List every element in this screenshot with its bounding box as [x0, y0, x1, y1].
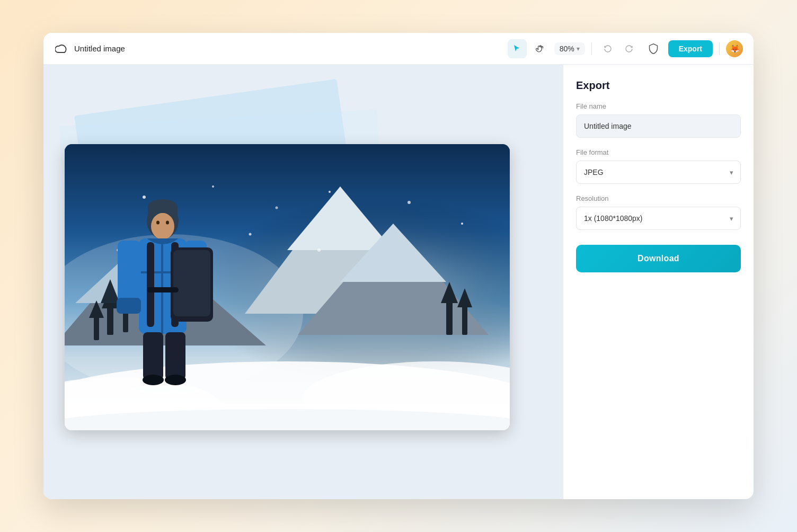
export-button[interactable]: Export — [668, 40, 713, 57]
svg-point-26 — [212, 185, 214, 188]
header: Untitled image 80% ▾ — [43, 33, 754, 65]
toolbar-separator-1 — [591, 42, 592, 55]
canvas-area — [43, 65, 563, 499]
svg-point-28 — [329, 191, 331, 193]
file-format-select[interactable]: JPEG PNG WebP SVG — [576, 161, 741, 184]
svg-rect-43 — [161, 238, 163, 334]
main-area: Export File name File format JPEG PNG We… — [43, 65, 754, 499]
file-name-group: File name — [576, 102, 741, 138]
resolution-select-wrapper: 1x (1080*1080px) 2x (2160*2160px) 3x (32… — [576, 207, 741, 230]
undo-redo-group — [598, 39, 639, 58]
file-name-label: File name — [576, 102, 741, 110]
svg-point-55 — [143, 375, 164, 385]
resolution-select[interactable]: 1x (1080*1080px) 2x (2160*2160px) 3x (32… — [576, 207, 741, 230]
export-panel: Export File name File format JPEG PNG We… — [563, 65, 754, 499]
svg-point-29 — [408, 201, 411, 204]
user-avatar[interactable]: 🦊 — [726, 40, 743, 57]
resolution-group: Resolution 1x (1080*1080px) 2x (2160*216… — [576, 194, 741, 230]
svg-rect-23 — [462, 303, 467, 335]
svg-point-57 — [120, 385, 205, 406]
canvas-image — [65, 144, 510, 430]
svg-rect-51 — [173, 250, 210, 316]
select-tool-button[interactable] — [508, 39, 527, 58]
svg-point-31 — [249, 233, 252, 236]
resolution-label: Resolution — [576, 194, 741, 202]
svg-point-41 — [166, 221, 169, 225]
header-toolbar: 80% ▾ — [508, 39, 639, 58]
svg-point-32 — [461, 223, 463, 225]
svg-rect-54 — [165, 332, 185, 380]
cloud-icon — [54, 41, 69, 56]
svg-rect-21 — [446, 298, 453, 335]
header-divider — [719, 42, 720, 55]
zoom-chevron-icon: ▾ — [577, 45, 580, 52]
shield-icon[interactable] — [645, 40, 662, 57]
svg-point-40 — [156, 221, 160, 225]
svg-point-39 — [153, 213, 172, 232]
file-format-group: File format JPEG PNG WebP SVG ▾ — [576, 148, 741, 184]
zoom-value: 80% — [560, 45, 574, 53]
panel-title: Export — [576, 79, 741, 92]
svg-rect-48 — [147, 242, 154, 327]
document-title: Untitled image — [74, 44, 125, 53]
svg-rect-46 — [117, 298, 141, 314]
download-button[interactable]: Download — [576, 245, 741, 272]
svg-rect-53 — [143, 332, 163, 380]
svg-point-25 — [143, 196, 146, 199]
zoom-control[interactable]: 80% ▾ — [554, 42, 585, 55]
file-format-label: File format — [576, 148, 741, 156]
header-left: Untitled image — [54, 41, 501, 56]
mountain-scene-svg — [65, 144, 510, 430]
svg-point-34 — [317, 249, 321, 252]
svg-rect-52 — [147, 287, 179, 292]
header-right: Export 🦊 — [645, 40, 743, 57]
file-format-select-wrapper: JPEG PNG WebP SVG ▾ — [576, 161, 741, 184]
svg-point-27 — [276, 207, 278, 209]
svg-point-56 — [165, 375, 186, 385]
hand-tool-button[interactable] — [531, 39, 550, 58]
redo-button[interactable] — [619, 39, 639, 58]
file-name-input[interactable] — [576, 114, 741, 138]
app-window: Untitled image 80% ▾ — [43, 33, 754, 499]
undo-button[interactable] — [598, 39, 617, 58]
